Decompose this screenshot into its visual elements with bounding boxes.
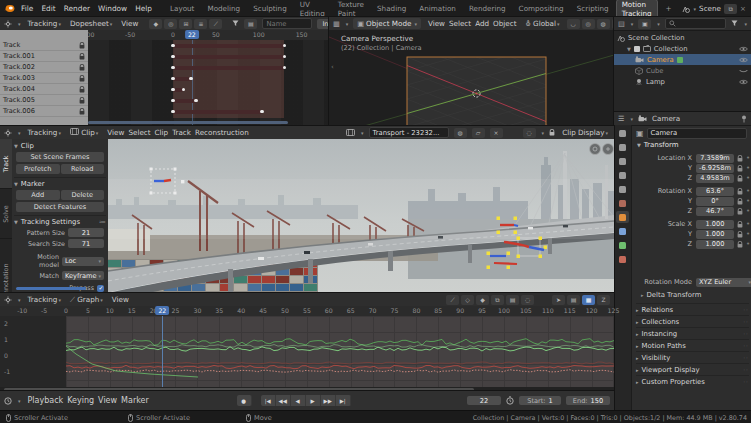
- app-menu-help[interactable]: Help: [131, 4, 156, 13]
- record-button[interactable]: ●: [237, 395, 252, 406]
- editor-type-icon[interactable]: [4, 129, 12, 137]
- keyframe-dot[interactable]: [171, 99, 174, 102]
- keyframe-dot[interactable]: [189, 77, 192, 80]
- properties-tab-constraints[interactable]: [616, 225, 629, 237]
- play-reverse-button[interactable]: ◀: [291, 395, 306, 406]
- tracking-context-dropdown[interactable]: Tracking▾: [26, 19, 63, 28]
- fcurve[interactable]: [66, 370, 614, 373]
- animate-dot[interactable]: •: [746, 154, 750, 162]
- menu-view[interactable]: View: [426, 19, 447, 28]
- transform-value-field[interactable]: 63.6°: [696, 187, 734, 196]
- animate-dot[interactable]: •: [746, 174, 750, 182]
- clip-datablock-icon[interactable]: [346, 129, 355, 136]
- search-size-field[interactable]: 71: [68, 239, 104, 248]
- keyframe-bar[interactable]: [173, 44, 284, 48]
- animate-dot[interactable]: •: [746, 197, 750, 205]
- editor-type-icon[interactable]: ▦: [333, 19, 340, 28]
- unlink-scene-button[interactable]: ×: [740, 5, 746, 13]
- keyframe-dot[interactable]: [194, 99, 197, 102]
- menu-reconstruction[interactable]: Reconstruction: [193, 128, 251, 137]
- editor-type-icon[interactable]: ▤: [618, 19, 625, 28]
- fake-user-button[interactable]: ◍: [454, 128, 467, 138]
- panel-relations[interactable]: ▸Relations··: [636, 303, 749, 315]
- workspace-tab-scripting[interactable]: Scripting: [571, 3, 615, 14]
- transform-value-field[interactable]: 4.9583m: [696, 174, 734, 183]
- keyframe-bar[interactable]: [173, 110, 262, 114]
- play-button[interactable]: ▶: [306, 395, 321, 406]
- properties-tab-object-data[interactable]: [616, 239, 629, 251]
- filter-icon[interactable]: Z: [597, 295, 610, 305]
- clip-display-dropdown[interactable]: Clip Display▾: [560, 128, 610, 137]
- properties-tab-object[interactable]: [616, 211, 629, 223]
- outliner-row-collection[interactable]: ▼Collection: [614, 43, 751, 54]
- snap-magnet-icon[interactable]: ◡: [567, 19, 580, 29]
- mode-dropdown[interactable]: ▣Object Mode▾: [353, 18, 421, 29]
- clip-panel-header[interactable]: ▼Clip: [14, 142, 106, 150]
- lock-icon[interactable]: [737, 155, 743, 162]
- lock-icon[interactable]: [737, 188, 743, 195]
- lock-icon[interactable]: [79, 86, 85, 93]
- clip-tab-track[interactable]: Track: [0, 139, 12, 189]
- outliner-row-cube[interactable]: Cube: [614, 65, 751, 76]
- workspace-tab-modeling[interactable]: Modeling: [201, 3, 246, 14]
- object-name-field[interactable]: Camera: [647, 128, 747, 139]
- channel-row[interactable]: Track.002: [0, 62, 88, 73]
- filter-funnel-icon[interactable]: [232, 20, 239, 27]
- panel-visibility[interactable]: ▸Visibility··: [636, 351, 749, 363]
- dope-sheet-key-area[interactable]: [88, 40, 329, 126]
- lock-icon[interactable]: [79, 75, 85, 82]
- overlays-icon[interactable]: ◍: [597, 19, 610, 29]
- app-menu-file[interactable]: File: [17, 4, 37, 13]
- only-selected-icon[interactable]: ▤: [244, 19, 257, 29]
- properties-tab-physics[interactable]: [616, 253, 629, 265]
- fcurve[interactable]: [66, 346, 198, 377]
- ghost-curve-icon[interactable]: ◌: [521, 295, 534, 305]
- menu-view[interactable]: View: [96, 396, 119, 405]
- keyframe-dot[interactable]: [283, 44, 286, 47]
- reload-button[interactable]: Reload: [61, 164, 105, 174]
- app-menu-window[interactable]: Window: [94, 4, 131, 13]
- workspace-tab-texture-paint[interactable]: Texture Paint: [332, 0, 370, 19]
- menu-clip[interactable]: Clip: [153, 128, 171, 137]
- copy-keyframes-icon[interactable]: ≡: [194, 19, 207, 29]
- prepass-checkbox[interactable]: [97, 285, 104, 292]
- sidebar-toggle-arrow[interactable]: ‹: [331, 63, 334, 71]
- snap-icon[interactable]: ◆: [149, 19, 162, 29]
- menu-add[interactable]: Add: [473, 19, 491, 28]
- panel-instancing[interactable]: ▸Instancing··: [636, 327, 749, 339]
- editor-type-icon[interactable]: ☰: [618, 114, 624, 123]
- menu-select[interactable]: Select: [447, 19, 473, 28]
- editor-type-icon[interactable]: [4, 296, 12, 304]
- current-frame-indicator[interactable]: 22: [185, 30, 199, 39]
- stopwatch-icon[interactable]: [506, 396, 514, 405]
- channel-row[interactable]: Track.003: [0, 73, 88, 84]
- normalize-toggle-icon[interactable]: ▦: [582, 295, 595, 305]
- menu-playback[interactable]: Playback: [26, 396, 66, 405]
- collection-checkbox[interactable]: [634, 46, 640, 52]
- handle-type-icon[interactable]: ◇: [461, 295, 474, 305]
- lock-icon[interactable]: [549, 129, 555, 136]
- keyframe-dot[interactable]: [171, 110, 174, 113]
- show-only-selected-icon[interactable]: ▤: [567, 295, 580, 305]
- workspace-tab-shading[interactable]: Shading: [371, 3, 412, 14]
- delta-transform-panel[interactable]: ▸Delta Transform: [640, 291, 701, 299]
- keyframe-dot[interactable]: [171, 77, 174, 80]
- current-frame-indicator[interactable]: 22: [155, 306, 169, 315]
- animate-dot[interactable]: •: [746, 220, 750, 228]
- current-frame-field[interactable]: 22: [467, 396, 501, 405]
- lock-icon[interactable]: [737, 175, 743, 182]
- pattern-size-field[interactable]: 21: [68, 228, 104, 237]
- keyframe-dot[interactable]: [171, 88, 174, 91]
- keyframe-dot[interactable]: [283, 55, 286, 58]
- workspace-tab-animation[interactable]: Animation: [413, 3, 462, 14]
- panel-viewport-display[interactable]: ▸Viewport Display··: [636, 363, 749, 375]
- outliner-row-camera[interactable]: Camera: [614, 54, 751, 65]
- lock-icon[interactable]: [737, 221, 743, 228]
- menu-view[interactable]: View: [110, 295, 131, 304]
- lock-icon[interactable]: [79, 97, 85, 104]
- extrapolation-icon[interactable]: ⟋: [446, 295, 459, 305]
- transform-value-field[interactable]: 1.000: [696, 240, 734, 249]
- dope-sheet-scrollbar[interactable]: [88, 121, 288, 124]
- transform-value-field[interactable]: 0°: [696, 197, 734, 206]
- filter-funnel-icon[interactable]: [731, 20, 738, 27]
